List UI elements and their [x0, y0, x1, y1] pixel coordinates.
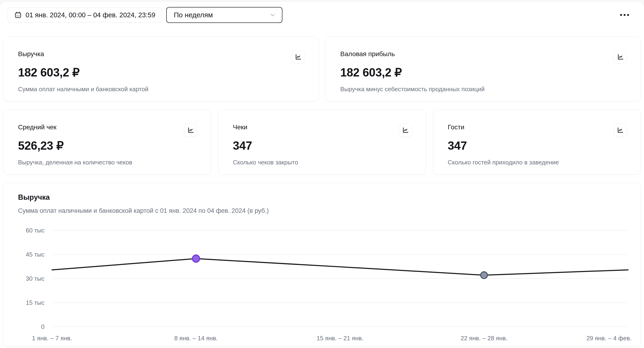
card-title: Средний чек [18, 124, 196, 131]
card-title: Выручка [18, 50, 304, 58]
card-title: Гости [448, 124, 626, 131]
topbar: 01 янв. 2024, 00:00 – 04 фев. 2024, 23:5… [0, 2, 644, 23]
chart-marker[interactable] [481, 272, 488, 279]
card-value: 526,23 ₽ [18, 139, 196, 153]
card-description: Выручка, деленная на количество чеков [18, 159, 196, 166]
open-chart-button[interactable] [614, 50, 627, 64]
line-chart-icon [294, 54, 302, 61]
metric-cards: Выручка 182 603,2 ₽ Сумма оплат наличным… [0, 36, 644, 174]
y-axis-tick-label: 15 тыс [26, 299, 44, 306]
card-title: Чеки [233, 124, 411, 131]
open-chart-button[interactable] [184, 124, 197, 137]
chevron-down-icon [269, 12, 276, 18]
card-gross-profit: Валовая прибыль 182 603,2 ₽ Выручка мину… [326, 36, 641, 101]
x-axis-tick-label: 22 янв. – 28 янв. [461, 335, 508, 342]
interval-selected-value: По неделям [174, 11, 213, 19]
y-axis-tick-label: 45 тыс [26, 251, 44, 258]
revenue-chart-card: Выручка Сумма оплат наличными и банковск… [3, 183, 641, 347]
interval-selector[interactable]: По неделям [166, 7, 282, 23]
chart-title: Выручка [18, 193, 626, 202]
line-chart-icon [617, 54, 624, 61]
calendar-icon [14, 11, 22, 19]
card-description: Сколько чеков закрыто [233, 159, 411, 166]
card-value: 182 603,2 ₽ [18, 66, 304, 79]
chart-marker[interactable] [192, 255, 200, 262]
card-description: Сколько гостей приходило в заведение [448, 159, 626, 166]
card-title: Валовая прибыль [340, 50, 626, 58]
x-axis-tick-label: 15 янв. – 21 янв. [316, 335, 364, 342]
chart-plot-area: 60 тыс45 тыс30 тыс15 тыс01 янв. – 7 янв.… [18, 223, 626, 346]
card-description: Сумма оплат наличными и банковской карто… [18, 86, 304, 93]
date-range-button[interactable]: 01 янв. 2024, 00:00 – 04 фев. 2024, 23:5… [8, 7, 162, 22]
card-value: 347 [233, 139, 411, 153]
more-options-button[interactable] [619, 11, 630, 19]
date-range-text: 01 янв. 2024, 00:00 – 04 фев. 2024, 23:5… [26, 11, 155, 19]
card-description: Выручка минус себестоимость проданных по… [340, 86, 626, 93]
card-checks: Чеки 347 Сколько чеков закрыто [218, 110, 426, 174]
dashboard-panel: 01 янв. 2024, 00:00 – 04 фев. 2024, 23:5… [0, 2, 644, 348]
open-chart-button[interactable] [291, 50, 305, 64]
chart-line [52, 259, 628, 275]
chart-subtitle: Сумма оплат наличными и банковской карто… [18, 207, 626, 214]
card-average-check: Средний чек 526,23 ₽ Выручка, деленная н… [3, 110, 211, 174]
ellipsis-icon [620, 14, 622, 16]
x-axis-tick-label: 29 янв. – 4 фев. [586, 335, 632, 342]
y-axis-tick-label: 30 тыс [26, 275, 44, 282]
line-chart-icon [402, 127, 409, 134]
y-axis-tick-label: 0 [41, 323, 44, 330]
card-revenue: Выручка 182 603,2 ₽ Сумма оплат наличным… [3, 36, 318, 101]
open-chart-button[interactable] [399, 124, 412, 137]
open-chart-button[interactable] [614, 124, 627, 137]
card-guests: Гости 347 Сколько гостей приходило в зав… [433, 110, 641, 174]
y-axis-tick-label: 60 тыс [26, 227, 44, 234]
x-axis-tick-label: 1 янв. – 7 янв. [32, 335, 72, 342]
line-chart-icon [187, 127, 194, 134]
line-chart-icon [616, 127, 624, 134]
x-axis-tick-label: 8 янв. – 14 янв. [174, 335, 218, 342]
revenue-line-chart: 60 тыс45 тыс30 тыс15 тыс01 янв. – 7 янв.… [18, 223, 632, 345]
card-value: 347 [448, 139, 626, 153]
card-value: 182 603,2 ₽ [340, 66, 626, 79]
